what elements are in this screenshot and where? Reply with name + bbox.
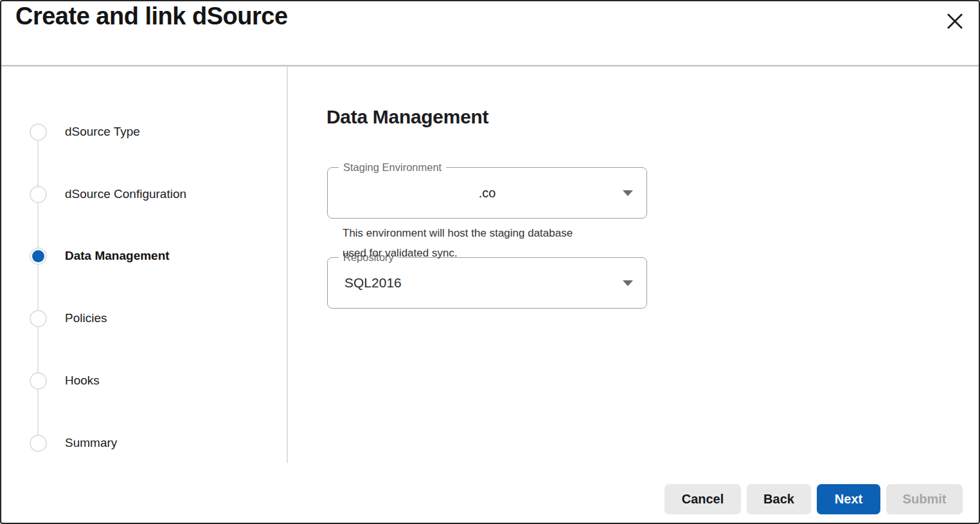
page-title: Data Management [326,106,488,128]
stepper-item-label: dSource Type [65,125,140,139]
stepper-connector-line [37,132,39,443]
stepper-item-hooks[interactable]: Hooks [30,372,100,390]
submit-button[interactable]: Submit [886,484,963,514]
step-circle-icon [30,123,47,141]
stepper-item-label: Policies [65,311,107,325]
stepper-item-dsource-type[interactable]: dSource Type [30,123,140,141]
stepper-item-label: Summary [65,436,117,450]
staging-helper-line: This environment will host the staging d… [343,223,573,243]
stepper-item-label: Data Management [65,249,170,263]
dialog-title: Create and link dSource [15,3,288,30]
header-divider [1,65,979,66]
close-button[interactable] [943,10,967,34]
repository-select[interactable]: Repository SQL2016 [327,257,647,309]
step-circle-icon [30,435,47,452]
step-circle-icon [30,310,47,327]
stepper-item-policies[interactable]: Policies [30,309,107,327]
sidebar-divider [287,66,288,463]
close-icon [945,12,965,33]
create-dsource-dialog: Create and link dSource dSource Type dSo… [0,0,980,524]
chevron-down-icon [623,190,633,196]
next-button[interactable]: Next [817,484,880,514]
staging-environment-value: .co [328,168,646,218]
stepper-item-dsource-configuration[interactable]: dSource Configuration [30,185,186,203]
stepper-item-label: dSource Configuration [65,187,186,201]
repository-value: SQL2016 [328,258,646,308]
staging-environment-select[interactable]: Staging Environment .co [327,167,647,219]
step-circle-icon [30,186,47,203]
stepper-item-data-management[interactable]: Data Management [30,247,170,265]
footer-actions: Cancel Back Next Submit [664,484,963,514]
stepper-item-summary[interactable]: Summary [30,434,117,452]
step-active-circle-icon [30,248,47,265]
back-button[interactable]: Back [747,484,811,514]
cancel-button[interactable]: Cancel [664,484,741,514]
chevron-down-icon [623,280,633,286]
step-circle-icon [30,372,47,390]
stepper-item-label: Hooks [65,374,100,388]
